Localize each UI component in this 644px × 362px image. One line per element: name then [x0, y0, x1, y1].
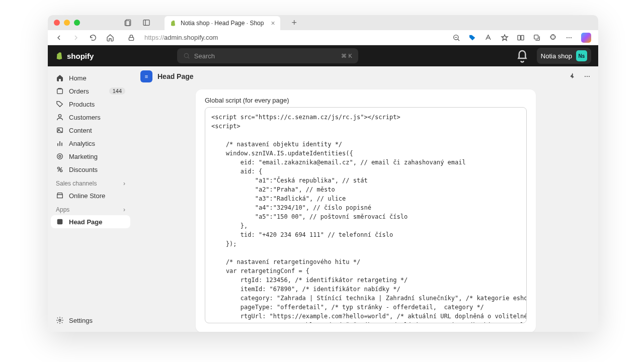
svg-rect-4	[129, 37, 133, 40]
svg-point-13	[571, 37, 572, 38]
nav-settings[interactable]: Settings	[51, 314, 130, 327]
browser-window: Notia shop · Head Page · Shop × + https:…	[48, 15, 598, 332]
svg-point-12	[569, 37, 570, 38]
orders-badge: 144	[109, 87, 125, 95]
nav-online-store[interactable]: Online Store	[51, 189, 130, 202]
page-app-icon: ≡	[140, 70, 152, 82]
forward-button[interactable]	[72, 34, 80, 42]
page-title: Head Page	[157, 72, 194, 80]
notifications-button[interactable]	[515, 48, 530, 63]
svg-line-27	[58, 167, 62, 171]
search-placeholder: Search	[194, 52, 215, 60]
svg-rect-28	[57, 219, 63, 225]
split-screen-icon[interactable]	[517, 34, 525, 42]
svg-rect-2	[143, 20, 149, 26]
nav-analytics[interactable]: Analytics	[51, 137, 130, 150]
content-card: Global script (for every page)	[196, 89, 536, 332]
titlebar: Notia shop · Head Page · Shop × +	[48, 15, 598, 30]
shopify-bag-icon	[55, 51, 64, 60]
collections-icon[interactable]	[533, 34, 541, 42]
avatar: Ns	[576, 50, 587, 61]
favorite-icon[interactable]	[501, 34, 509, 42]
close-window-button[interactable]	[54, 20, 60, 26]
field-label: Global script (for every page)	[205, 97, 527, 104]
svg-point-24	[59, 155, 61, 157]
browser-tab[interactable]: Notia shop · Head Page · Shop ×	[165, 16, 280, 30]
search-icon	[183, 52, 190, 59]
store-switcher[interactable]: Notia shop Ns	[537, 48, 591, 64]
customers-icon	[56, 113, 64, 121]
zoom-icon[interactable]	[452, 34, 460, 42]
address-bar[interactable]: https://admin.shopify.com	[144, 34, 443, 41]
shopify-top-bar: shopify Search ⌘ K Notia shop Ns	[48, 45, 598, 66]
svg-rect-8	[518, 35, 520, 40]
marketing-icon	[56, 152, 64, 160]
nav-discounts[interactable]: Discounts	[51, 163, 130, 176]
extensions-icon[interactable]	[549, 34, 557, 42]
nav-customers[interactable]: Customers	[51, 111, 130, 124]
price-tag-icon[interactable]	[468, 34, 476, 42]
orders-icon	[56, 87, 64, 95]
minimize-window-button[interactable]	[64, 20, 70, 26]
chevron-right-icon: ›	[123, 206, 125, 213]
global-search[interactable]: Search ⌘ K	[177, 48, 358, 63]
url-bar: https://admin.shopify.com	[48, 30, 598, 45]
copilot-icon[interactable]	[581, 33, 591, 43]
content-icon	[56, 126, 64, 134]
chevron-right-icon: ›	[123, 180, 125, 187]
svg-point-14	[184, 53, 188, 57]
app-icon	[56, 218, 64, 226]
svg-rect-9	[521, 35, 524, 40]
more-actions-icon[interactable]	[583, 72, 591, 80]
reload-button[interactable]	[89, 34, 97, 42]
svg-point-17	[58, 115, 61, 117]
svg-rect-16	[57, 89, 63, 94]
svg-point-11	[567, 37, 568, 38]
more-icon[interactable]	[565, 34, 573, 42]
svg-point-25	[57, 167, 59, 169]
svg-point-26	[60, 170, 62, 172]
svg-rect-10	[534, 35, 538, 39]
svg-line-15	[188, 57, 189, 58]
svg-point-32	[589, 76, 590, 77]
gear-icon	[56, 316, 64, 324]
shopify-logo[interactable]: shopify	[55, 51, 94, 60]
sidebar: Home Orders144 Products Customers Conten…	[48, 66, 133, 332]
nav-products[interactable]: Products	[51, 98, 130, 111]
discounts-icon	[56, 165, 64, 173]
global-script-textarea[interactable]	[205, 107, 527, 323]
svg-point-23	[57, 154, 63, 159]
svg-point-30	[585, 76, 586, 77]
search-shortcut: ⌘ K	[341, 53, 352, 59]
maximize-window-button[interactable]	[74, 20, 80, 26]
home-button[interactable]	[106, 34, 114, 42]
read-aloud-icon[interactable]	[485, 34, 493, 42]
sidebar-toggle-icon[interactable]	[142, 19, 150, 27]
nav-content[interactable]: Content	[51, 124, 130, 137]
svg-point-29	[59, 319, 61, 321]
shopify-favicon-icon	[170, 20, 177, 27]
store-name: Notia shop	[541, 52, 572, 60]
nav-home[interactable]: Home	[51, 71, 130, 84]
main-content: ≡ Head Page Global script (for every pag…	[133, 66, 598, 332]
page-header: ≡ Head Page	[133, 66, 598, 86]
svg-point-31	[587, 76, 588, 77]
sales-channels-header[interactable]: Sales channels›	[51, 176, 130, 189]
nav-head-page[interactable]: Head Page	[51, 215, 130, 228]
store-icon	[56, 192, 64, 200]
nav-orders[interactable]: Orders144	[51, 84, 130, 98]
nav-marketing[interactable]: Marketing	[51, 150, 130, 163]
svg-line-7	[458, 39, 459, 40]
new-tab-button[interactable]: +	[290, 19, 298, 27]
tab-title: Notia shop · Head Page · Shop	[181, 20, 264, 27]
close-tab-icon[interactable]: ×	[271, 19, 275, 27]
workspaces-icon[interactable]	[124, 19, 132, 27]
apps-header[interactable]: Apps›	[51, 202, 130, 215]
products-icon	[56, 100, 64, 108]
back-button[interactable]	[55, 34, 63, 42]
lock-icon[interactable]	[127, 34, 135, 42]
home-icon	[56, 74, 64, 82]
analytics-icon	[56, 139, 64, 147]
pin-icon[interactable]	[568, 72, 576, 80]
svg-rect-1	[125, 21, 129, 26]
